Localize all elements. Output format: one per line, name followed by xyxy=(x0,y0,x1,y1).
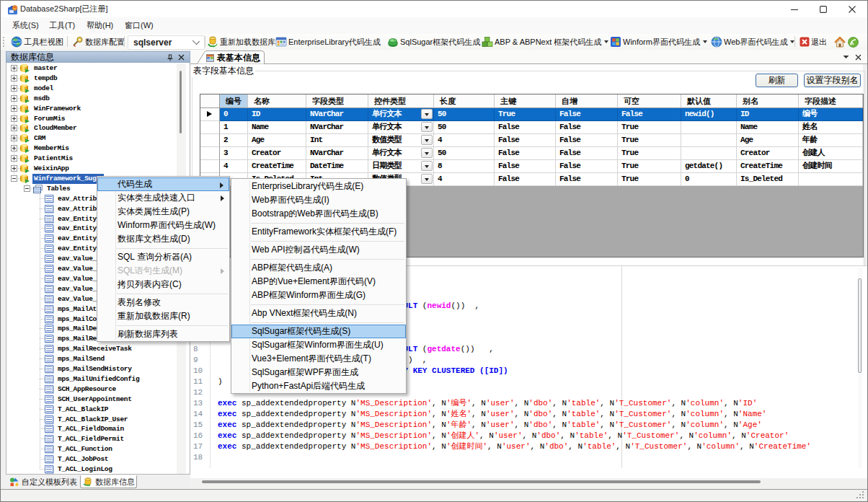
grid-corner-header[interactable] xyxy=(200,94,220,108)
code-hscroll-thumb[interactable] xyxy=(202,480,761,483)
grid-cell[interactable]: False xyxy=(495,121,556,134)
context-menu-item-3[interactable]: 实体类属性生成(P) xyxy=(97,205,229,219)
toolbar-winform-button[interactable]: Winform界面代码生成 xyxy=(610,34,707,50)
column-header-7[interactable]: 自增 xyxy=(556,94,618,108)
menubar-item-3[interactable]: 帮助(H) xyxy=(87,17,113,34)
tree-item-WeixinApp[interactable]: WeixinApp xyxy=(6,164,190,174)
context-menu-item-12[interactable]: 重新加载数据库(R) xyxy=(97,309,229,323)
row-selector[interactable] xyxy=(200,160,220,173)
expand-plus-box[interactable] xyxy=(11,125,17,131)
grid-cell[interactable]: getdate() xyxy=(681,160,737,173)
grid-cell[interactable]: newid() xyxy=(681,108,737,121)
grid-cell[interactable]: Age xyxy=(737,134,799,147)
tree-item-master[interactable]: master xyxy=(6,63,190,74)
row-selector[interactable] xyxy=(200,121,220,134)
menubar-item-1[interactable]: 系统(S) xyxy=(12,17,39,34)
resize-grip[interactable] xyxy=(856,491,865,500)
grid-cell[interactable]: 4 xyxy=(220,160,248,173)
column-header-10[interactable]: 别名 xyxy=(737,94,799,108)
submenu-item-17[interactable]: Vue3+Element界面代码生成(T) xyxy=(231,352,406,366)
grid-cell[interactable]: CreateTime xyxy=(737,160,799,173)
set-field-alias-button[interactable]: 设置字段别名 xyxy=(804,74,861,87)
grid-cell[interactable]: ID xyxy=(737,108,799,121)
column-header-5[interactable]: 长度 xyxy=(434,94,495,108)
grid-cell[interactable]: 8 xyxy=(434,160,495,173)
cell-dropdown-button[interactable] xyxy=(421,109,433,119)
column-header-9[interactable]: 默认值 xyxy=(681,94,737,108)
tree-item-tempdb[interactable]: tempdb xyxy=(6,74,190,84)
toolbar-exit-button[interactable]: 退出 xyxy=(800,34,827,50)
grid-cell[interactable] xyxy=(681,134,737,147)
dock-tab-1[interactable]: 自定义模板列表 xyxy=(7,475,79,488)
expand-plus-box[interactable] xyxy=(11,165,17,172)
expand-plus-box[interactable] xyxy=(11,85,17,92)
tab-close-icon[interactable] xyxy=(855,54,862,61)
menubar-item-4[interactable]: 窗口(W) xyxy=(125,17,154,34)
grid-cell[interactable]: CreateTime xyxy=(248,160,306,173)
submenu-item-11[interactable]: ABP框架Winform界面生成(G) xyxy=(231,289,406,302)
submenu-item-7[interactable]: Web API控制器代码生成(W) xyxy=(231,243,406,257)
cell-dropdown-button[interactable] xyxy=(421,122,433,132)
grid-cell[interactable]: False xyxy=(495,147,556,160)
grid-cell[interactable]: Int xyxy=(306,134,368,147)
grid-cell[interactable]: 单行文本 xyxy=(368,147,434,160)
row-selector[interactable] xyxy=(200,134,220,147)
context-menu-item-4[interactable]: Winform界面代码生成(W) xyxy=(97,219,229,232)
grid-cell[interactable]: NVarChar xyxy=(306,108,368,121)
grid-cell[interactable]: True xyxy=(618,173,681,186)
code-vertical-scrollbar[interactable] xyxy=(858,268,862,468)
expand-plus-box[interactable] xyxy=(11,105,17,112)
grid-cell[interactable]: False xyxy=(556,173,618,186)
tree-item-CloudMember[interactable]: CloudMember xyxy=(6,123,190,133)
context-menu-item-5[interactable]: 数据库文档生成(D) xyxy=(97,232,229,246)
expand-plus-box[interactable] xyxy=(11,155,17,162)
dock-close-icon[interactable] xyxy=(178,54,185,61)
tree-item-SCH_UserAppointment[interactable]: SCH_UserAppointment xyxy=(6,395,190,405)
dock-tab-2[interactable]: 数据库信息 xyxy=(80,475,137,488)
grid-cell[interactable]: Creator xyxy=(737,147,799,160)
collapse-minus-box[interactable] xyxy=(24,185,30,192)
submenu-item-15[interactable]: SqlSugar框架代码生成(S) xyxy=(231,325,406,338)
submenu-item-10[interactable]: ABP的Vue+Element界面代码(V) xyxy=(231,275,406,289)
grid-cell[interactable]: DateTime xyxy=(306,160,368,173)
grid-cell[interactable]: 创建人 xyxy=(799,147,863,160)
grid-cell[interactable]: Is_Deleted xyxy=(737,173,799,186)
pin-icon[interactable] xyxy=(167,54,174,61)
context-menu-item-8[interactable]: SQL语句生成(M) xyxy=(97,264,229,278)
tree-item-WinFramework[interactable]: WinFramework xyxy=(6,104,190,114)
context-menu-item-9[interactable]: 拷贝列表内容(C) xyxy=(97,278,229,291)
refresh-button[interactable]: 刷新 xyxy=(756,74,798,87)
grid-cell[interactable] xyxy=(799,173,863,186)
context-menu-item-7[interactable]: SQL 查询分析器(A) xyxy=(97,250,229,264)
row-selector[interactable] xyxy=(200,108,220,121)
column-header-4[interactable]: 控件类型 xyxy=(368,94,434,108)
cell-dropdown-button[interactable] xyxy=(421,148,433,158)
grid-cell[interactable]: False xyxy=(495,173,556,186)
grid-cell[interactable]: 50 xyxy=(434,147,495,160)
column-header-2[interactable]: 名称 xyxy=(248,94,306,108)
toolbar-sqlsugar-button[interactable]: SqlSugar框架代码生成 xyxy=(387,34,480,50)
tree-item-MemberMis[interactable]: MemberMis xyxy=(6,144,190,154)
tree-item-mps_MailSendHistory[interactable]: mps_MailSendHistory xyxy=(6,364,190,374)
submenu-item-18[interactable]: SqlSugar框架WPF界面生成 xyxy=(231,366,406,379)
grid-cell[interactable]: 日期类型 xyxy=(368,160,434,173)
tree-item-model[interactable]: model xyxy=(6,84,190,94)
grid-cell[interactable]: False xyxy=(556,108,618,121)
toolbar-grip[interactable] xyxy=(3,37,4,47)
cell-dropdown-button[interactable] xyxy=(421,135,433,145)
grid-cell[interactable]: Name xyxy=(737,121,799,134)
tree-item-T_ACL_LoginLog[interactable]: T_ACL_LoginLog xyxy=(6,464,190,475)
grid-cell[interactable]: 编号 xyxy=(799,108,863,121)
expand-plus-box[interactable] xyxy=(11,135,17,141)
menubar-item-2[interactable]: 工具(T) xyxy=(49,17,75,34)
expand-plus-box[interactable] xyxy=(11,115,17,122)
toolbar-blog-button[interactable] xyxy=(848,34,859,50)
submenu-item-13[interactable]: Abp VNext框架代码生成(N) xyxy=(231,307,406,320)
grid-cell[interactable]: False xyxy=(618,108,681,121)
grid-cell[interactable]: 4 xyxy=(434,134,495,147)
grid-cell[interactable]: 50 xyxy=(434,108,495,121)
context-menu-item-14[interactable]: 刷新数据库列表 xyxy=(97,327,229,341)
toolbar-entlib-button[interactable]: EnterpriseLibrary代码生成 xyxy=(275,34,381,50)
submenu-item-1[interactable]: EnterpriseLibrary代码生成(E) xyxy=(231,180,406,193)
grid-cell[interactable]: 4 xyxy=(434,173,495,186)
